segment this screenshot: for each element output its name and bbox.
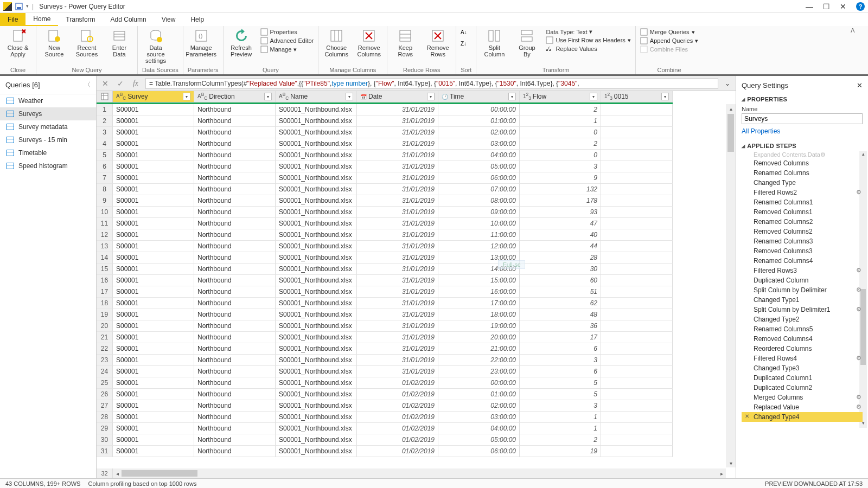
combine-files-button[interactable]: Combine Files [640, 46, 699, 53]
cell[interactable]: S00001_Northbound.xlsx [276, 264, 357, 275]
cell[interactable] [601, 150, 673, 161]
cell[interactable]: S00001 [113, 298, 194, 309]
cell[interactable]: 30 [520, 264, 601, 275]
cell[interactable]: 47 [520, 218, 601, 229]
row-number[interactable]: 26 [97, 389, 113, 400]
row-number[interactable]: 16 [97, 275, 113, 286]
applied-step[interactable]: Filtered Rows3⚙ [742, 266, 863, 275]
cell[interactable]: 15:00:00 [438, 275, 520, 286]
choose-columns-button[interactable]: Choose Columns [323, 28, 350, 57]
settings-close-icon[interactable]: ✕ [857, 81, 863, 89]
cell[interactable]: S00001_Northbound.xlsx [276, 104, 357, 115]
cell[interactable]: 01/02/2019 [357, 400, 438, 412]
applied-step[interactable]: Split Column by Delimiter⚙ [742, 285, 863, 295]
cell[interactable]: 03:00:00 [438, 138, 520, 150]
advanced-editor-button[interactable]: Advanced Editor [260, 37, 314, 44]
cell[interactable] [601, 412, 673, 423]
cell[interactable]: S00001_Northbound.xlsx [276, 172, 357, 184]
cell[interactable]: 132 [520, 184, 601, 195]
cell[interactable]: S00001_Northbound.xlsx [276, 332, 357, 343]
applied-step[interactable]: Changed Type [742, 178, 863, 188]
cell[interactable]: 16:00:00 [438, 286, 520, 298]
cell[interactable]: 31/01/2019 [357, 184, 438, 195]
cell[interactable]: 23:00:00 [438, 366, 520, 377]
cell[interactable]: 31/01/2019 [357, 104, 438, 115]
applied-step[interactable]: Duplicated Column1 [742, 373, 863, 383]
column-header[interactable]: ABCDirection▾ [194, 91, 276, 102]
cell[interactable]: S00001_Northbound.xlsx [276, 446, 357, 457]
cell[interactable]: S00001 [113, 229, 194, 241]
cell[interactable]: 31/01/2019 [357, 286, 438, 298]
column-filter-icon[interactable]: ▾ [661, 93, 669, 100]
cell[interactable]: 11:00:00 [438, 229, 520, 241]
cell[interactable]: S00001 [113, 218, 194, 229]
cell[interactable]: 31/01/2019 [357, 355, 438, 366]
cell[interactable]: S00001 [113, 366, 194, 377]
applied-step[interactable]: Removed Columns4 [742, 334, 863, 344]
type-icon[interactable]: 📅 [360, 92, 367, 101]
cell[interactable]: S00001_Northbound.xlsx [276, 377, 357, 389]
cell[interactable]: Northbound [194, 241, 276, 252]
applied-step[interactable]: Removed Columns2 [742, 227, 863, 236]
cell[interactable] [601, 355, 673, 366]
cell[interactable] [601, 127, 673, 138]
cell[interactable]: 31/01/2019 [357, 298, 438, 309]
cell[interactable]: S00001 [113, 161, 194, 172]
cell[interactable] [601, 229, 673, 241]
step-gear-icon[interactable]: ⚙ [856, 403, 861, 410]
cell[interactable]: 31/01/2019 [357, 343, 438, 355]
applied-step[interactable]: Expanded Contents.Data⚙ [742, 151, 863, 158]
recent-sources-button[interactable]: Recent Sources [73, 28, 100, 57]
cell[interactable]: S00001_Northbound.xlsx [276, 389, 357, 400]
row-number[interactable]: 17 [97, 286, 113, 298]
cell[interactable]: 05:00:00 [438, 161, 520, 172]
cell[interactable]: 3 [520, 400, 601, 412]
row-number[interactable]: 29 [97, 423, 113, 434]
query-item[interactable]: Surveys - 15 min [0, 133, 96, 146]
cell[interactable]: S00001_Northbound.xlsx [276, 434, 357, 446]
applied-step[interactable]: Changed Type3 [742, 363, 863, 373]
cell[interactable]: S00001_Northbound.xlsx [276, 412, 357, 423]
cell[interactable]: S00001 [113, 309, 194, 320]
cell[interactable]: S00001_Northbound.xlsx [276, 138, 357, 150]
remove-columns-button[interactable]: Remove Columns [355, 28, 382, 57]
cell[interactable]: 44 [520, 241, 601, 252]
step-gear-icon[interactable]: ⚙ [856, 355, 861, 362]
column-filter-icon[interactable]: ▾ [183, 93, 190, 100]
cell[interactable]: 00:00:00 [438, 377, 520, 389]
applied-steps-section-header[interactable]: APPLIED STEPS [742, 140, 863, 151]
cell[interactable] [601, 172, 673, 184]
cell[interactable]: S00001 [113, 320, 194, 332]
cell[interactable]: S00001_Northbound.xlsx [276, 286, 357, 298]
column-filter-icon[interactable]: ▾ [346, 93, 353, 100]
cell[interactable]: 08:00:00 [438, 195, 520, 207]
manage-button[interactable]: Manage ▾ [260, 46, 314, 53]
column-header[interactable]: 1230015▾ [601, 91, 673, 102]
cell[interactable]: S00001 [113, 434, 194, 446]
cell[interactable] [601, 309, 673, 320]
cell[interactable]: S00001 [113, 172, 194, 184]
column-header[interactable]: ABCName▾ [276, 91, 357, 102]
step-gear-icon[interactable]: ⚙ [856, 286, 861, 293]
row-number[interactable]: 22 [97, 343, 113, 355]
type-icon[interactable]: ABC [279, 91, 289, 102]
cell[interactable]: S00001_Northbound.xlsx [276, 161, 357, 172]
step-gear-icon[interactable]: ⚙ [820, 151, 826, 158]
cell[interactable]: 17 [520, 332, 601, 343]
scroll-right-icon[interactable]: ▸ [717, 471, 726, 477]
cell[interactable]: S00001 [113, 343, 194, 355]
formula-accept-icon[interactable]: ✓ [115, 79, 126, 88]
type-icon[interactable]: 123 [523, 91, 531, 102]
cell[interactable]: Northbound [194, 161, 276, 172]
cell[interactable] [601, 377, 673, 389]
help-button[interactable]: ? [856, 2, 865, 11]
cell[interactable] [601, 241, 673, 252]
applied-step[interactable]: Removed Columns3 [742, 246, 863, 256]
cell[interactable]: 2 [520, 138, 601, 150]
cell[interactable]: 40 [520, 229, 601, 241]
cell[interactable]: S00001_Northbound.xlsx [276, 115, 357, 127]
column-header[interactable]: 📅Date▾ [357, 91, 438, 102]
cell[interactable]: S00001 [113, 412, 194, 423]
cell[interactable]: Northbound [194, 127, 276, 138]
cell[interactable]: Northbound [194, 138, 276, 150]
